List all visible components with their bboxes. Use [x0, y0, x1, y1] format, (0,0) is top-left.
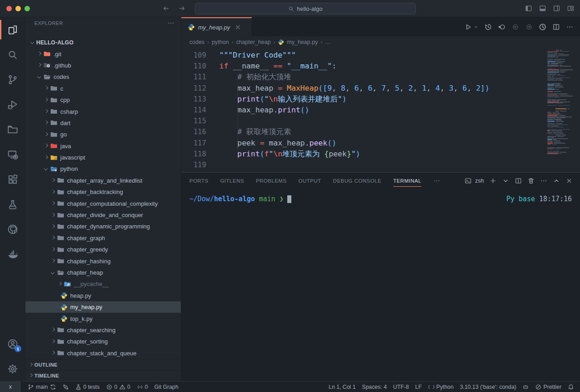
layout-custom-icon[interactable] [567, 5, 575, 12]
run-dropdown-icon[interactable] [474, 24, 478, 29]
split-editor-icon[interactable] [552, 23, 560, 31]
code-editor[interactable]: 109"""Driver Code"""110if __name__ == "_… [181, 48, 580, 172]
breadcrumb-item[interactable]: ... [325, 39, 329, 45]
timeline-icon[interactable] [484, 23, 492, 31]
tree-item-chapter_searching[interactable]: chapter_searching [25, 324, 181, 336]
statusbar-eol[interactable]: LF [412, 382, 425, 392]
statusbar-ports[interactable]: 0 [134, 382, 151, 392]
terminal-more-icon[interactable] [540, 177, 547, 184]
more-actions-icon[interactable] [566, 23, 574, 31]
activitybar-docker[interactable] [0, 242, 25, 266]
minimize-window-button[interactable] [15, 6, 21, 11]
activitybar-extensions[interactable] [0, 167, 25, 192]
tree-item-my_heap.py[interactable]: my_heap.py [25, 301, 181, 313]
breadcrumb-item[interactable]: chapter_heap [236, 39, 271, 45]
tree-item-chapter_greedy[interactable]: chapter_greedy [25, 244, 181, 255]
navigate-forward-icon[interactable] [178, 5, 186, 12]
statusbar-remote-indicator[interactable] [0, 382, 21, 392]
tab-my-heap[interactable]: my_heap.py [181, 17, 252, 36]
close-window-button[interactable] [6, 6, 12, 11]
statusbar-prettier[interactable]: Prettier [532, 382, 565, 392]
minimap[interactable] [546, 50, 575, 158]
command-center-search[interactable]: hello-algo [195, 3, 416, 15]
new-terminal-icon[interactable] [489, 177, 497, 184]
tree-item-dart[interactable]: dart [25, 117, 181, 129]
terminal[interactable]: ~/Dow/hello-algo main ❯ Py base 18:17:16 [181, 189, 580, 381]
tree-item-.github[interactable]: .github [25, 60, 181, 71]
explorer-actions-icon[interactable] [167, 19, 174, 27]
statusbar-notifications[interactable] [565, 382, 577, 392]
open-changes-icon[interactable] [498, 23, 506, 31]
statusbar-language-mode[interactable]: { }Python [425, 382, 457, 392]
next-change-icon[interactable] [525, 23, 533, 31]
statusbar-copilot[interactable] [519, 382, 532, 392]
panel-tab-gitlens[interactable]: GITLENS [220, 173, 244, 189]
close-panel-icon[interactable] [566, 177, 573, 184]
panel-tabs-more-icon[interactable] [433, 177, 440, 184]
panel-tab-ports[interactable]: PORTS [189, 173, 208, 189]
statusbar-problems[interactable]: 00 [103, 382, 134, 392]
close-tab-icon[interactable] [234, 24, 242, 31]
activitybar-github[interactable] [0, 217, 25, 242]
shell-name[interactable]: zsh [475, 178, 484, 184]
sidebar-section-timeline[interactable]: TIMELINE [25, 370, 181, 382]
tree-item-HELLO-ALGO[interactable]: HELLO-ALGO [25, 37, 181, 48]
activitybar-remote-explorer[interactable] [0, 142, 25, 167]
previous-change-icon[interactable] [512, 23, 519, 31]
panel-tab-output[interactable]: OUTPUT [299, 173, 321, 189]
zsh-terminal-icon[interactable] [464, 177, 472, 184]
activitybar-source-control[interactable] [0, 67, 25, 92]
statusbar-git-branch[interactable]: main [24, 382, 59, 392]
tree-item-chapter_sorting[interactable]: chapter_sorting [25, 336, 181, 347]
kill-terminal-icon[interactable] [527, 177, 535, 184]
activitybar-search[interactable] [0, 42, 25, 67]
breadcrumb-item[interactable]: my_heap.py [287, 39, 318, 45]
tree-item-heap.py[interactable]: heap.py [25, 290, 181, 301]
tree-item-chapter_graph[interactable]: chapter_graph [25, 232, 181, 244]
statusbar-git-compare[interactable] [59, 382, 72, 392]
tree-item-chapter_heap[interactable]: chapter_heap [25, 267, 181, 278]
tree-item-chapter_stack_and_queue[interactable]: chapter_stack_and_queue [25, 348, 181, 359]
statusbar-cursor-position[interactable]: Ln 1, Col 1 [325, 382, 358, 392]
panel-tab-debug-console[interactable]: DEBUG CONSOLE [333, 173, 382, 189]
tree-item-java[interactable]: java [25, 140, 181, 152]
tree-item-chapter_hashing[interactable]: chapter_hashing [25, 255, 181, 266]
tree-item-chapter_array_and_linkedlist[interactable]: chapter_array_and_linkedlist [25, 175, 181, 186]
tree-item-go[interactable]: go [25, 129, 181, 140]
run-code-icon[interactable] [539, 23, 546, 31]
sidebar-section-outline[interactable]: OUTLINE [25, 359, 181, 370]
tree-item-javascript[interactable]: JSjavascript [25, 152, 181, 163]
layout-sidebar-left-icon[interactable] [525, 5, 532, 12]
statusbar-git-graph[interactable]: Git Graph [151, 382, 181, 392]
tree-item-__pycache__[interactable]: __pycache__ [25, 278, 181, 290]
tree-item-chapter_computational_complexity[interactable]: chapter_computational_complexity [25, 198, 181, 209]
activitybar-testing[interactable] [0, 192, 25, 217]
statusbar-tests[interactable]: 0 tests [72, 382, 103, 392]
maximize-window-button[interactable] [24, 6, 30, 11]
statusbar-indentation[interactable]: Spaces: 4 [359, 382, 390, 392]
tree-item-chapter_dynamic_programming[interactable]: chapter_dynamic_programming [25, 221, 181, 232]
tree-item-python[interactable]: python [25, 163, 181, 174]
activitybar-explorer[interactable] [0, 17, 25, 42]
activitybar-settings[interactable] [0, 356, 25, 381]
statusbar-encoding[interactable]: UTF-8 [390, 382, 412, 392]
tree-item-top_k.py[interactable]: top_k.py [25, 313, 181, 324]
split-terminal-icon[interactable] [515, 177, 522, 184]
breadcrumb-item[interactable]: python [212, 39, 229, 45]
maximize-panel-icon[interactable] [553, 177, 560, 184]
tree-item-codes[interactable]: codes [25, 71, 181, 82]
tree-item-c[interactable]: c [25, 83, 181, 94]
panel-tab-terminal[interactable]: TERMINAL [393, 173, 421, 189]
statusbar-python-interpreter[interactable]: 3.10.13 ('base': conda) [457, 382, 519, 392]
tree-item-chapter_backtracking[interactable]: chapter_backtracking [25, 186, 181, 198]
breadcrumb-item[interactable]: codes [189, 39, 204, 45]
activitybar-accounts[interactable]: 1 [0, 331, 25, 356]
navigate-back-icon[interactable] [162, 5, 170, 12]
run-icon[interactable] [464, 23, 472, 31]
tree-item-.git[interactable]: .git [25, 48, 181, 59]
layout-sidebar-right-icon[interactable] [553, 5, 561, 12]
layout-panel-icon[interactable] [539, 5, 546, 12]
tree-item-cpp[interactable]: cpp [25, 94, 181, 106]
terminal-profiles-icon[interactable] [502, 177, 509, 184]
panel-tab-problems[interactable]: PROBLEMS [256, 173, 287, 189]
